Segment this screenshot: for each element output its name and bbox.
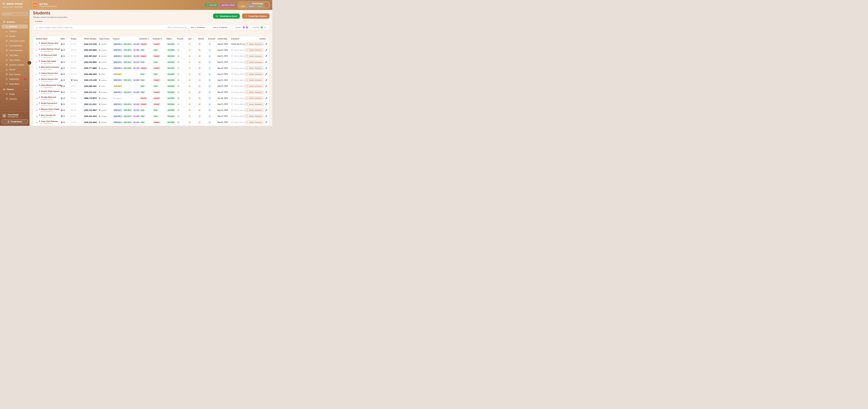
student-attendance-button[interactable]: Student Attendance xyxy=(245,72,264,76)
sidebar-item-track-exam-grades[interactable]: Track Exam Grades xyxy=(1,39,28,43)
student-name-link[interactable]: Ali Mahmoud Said xyxy=(41,54,57,56)
edit-student-button[interactable] xyxy=(265,103,267,105)
student-name-link[interactable]: Khadija Mahsoub xyxy=(41,96,56,98)
header-user-card[interactable]: Yusuf Elnady AdminTeacherParent xyxy=(238,1,270,8)
comment-cell[interactable]: Click to add comment xyxy=(231,85,245,87)
sidebar-item-track-homework[interactable]: Track Homework xyxy=(1,48,28,53)
comment-cell[interactable]: Click to add comment xyxy=(231,73,245,75)
semester1-status-select[interactable]: Sem 1: All Statuses xyxy=(189,26,210,29)
role-pill-teacher[interactable]: Teacher xyxy=(247,5,255,7)
comment-cell[interactable]: Click to add comment xyxy=(231,97,245,99)
sidebar-item-expenses[interactable]: Expenses xyxy=(1,97,28,101)
column-header-student-name[interactable]: Student Name↑↓ xyxy=(36,38,61,40)
sort-icon[interactable]: ↑↓ xyxy=(149,38,150,39)
sidebar-item-substitutions[interactable]: Substitutions2 xyxy=(1,77,28,81)
gender-female-toggle[interactable] xyxy=(246,26,248,29)
comment-cell[interactable]: Click to add comment xyxy=(231,55,245,57)
student-attendance-button[interactable]: Student Attendance xyxy=(245,42,264,46)
class-badge[interactable]: ARA-301-1 xyxy=(123,121,132,123)
class-badge[interactable]: QRN-301-1 xyxy=(113,49,122,51)
edit-student-button[interactable] xyxy=(265,121,267,123)
class-badge[interactable]: ARA-101-1 xyxy=(123,79,132,81)
enrolled-yes-toggle[interactable] xyxy=(260,26,263,29)
sort-icon[interactable]: ↑↓ xyxy=(192,38,193,39)
comment-cell[interactable]: Click to add comment xyxy=(231,61,245,63)
semester2-status-select[interactable]: Sem 2: All Statuses xyxy=(212,26,232,29)
edit-student-button[interactable] xyxy=(265,115,267,117)
student-attendance-button[interactable]: Student Attendance xyxy=(245,121,264,124)
sort-icon[interactable]: ↑↓ xyxy=(110,38,111,39)
class-badge[interactable]: QRN-201-1 xyxy=(113,43,122,45)
student-name-link[interactable]: Aisha Rahman Yousef xyxy=(41,48,60,50)
class-id-filter-input[interactable] xyxy=(166,26,187,29)
sort-icon[interactable]: ↑↓ xyxy=(77,38,78,39)
class-badge[interactable]: QRN-201-1 xyxy=(113,55,122,57)
sort-icon[interactable]: ↑↓ xyxy=(216,38,217,39)
sidebar-search-input[interactable] xyxy=(2,12,28,16)
column-header-class-count[interactable]: Class Count↑↓ xyxy=(99,38,113,40)
class-badge[interactable]: ARA-100-1 xyxy=(123,109,132,111)
class-badge[interactable]: QRN-101-1 xyxy=(113,109,122,111)
edit-student-button[interactable] xyxy=(265,91,267,93)
sidebar-item-class-catalog[interactable]: Class Catalog xyxy=(1,58,28,62)
sidebar-item-registrations[interactable]: Registrations xyxy=(1,82,28,86)
column-header-status[interactable]: Status↑↓ xyxy=(166,38,177,40)
comment-cell[interactable]: Click to add comment xyxy=(231,115,245,117)
sidebar-item-academic-calendar[interactable]: Academic Calendar xyxy=(1,63,28,67)
comment-cell[interactable]: Click to add comment xyxy=(231,121,245,123)
column-header-semester-2[interactable]: Semester 2↑↓ xyxy=(153,38,166,40)
sort-icon[interactable]: ↑↓ xyxy=(97,38,98,39)
sort-icon[interactable]: ↑↓ xyxy=(173,38,174,39)
comment-cell[interactable]: Click to add comment xyxy=(231,91,245,93)
student-name-link[interactable]: Fatima Hassan Aziz xyxy=(41,72,58,74)
student-attendance-button[interactable]: Student Attendance xyxy=(245,66,264,70)
sort-icon[interactable]: ↑↓ xyxy=(228,38,229,39)
column-header-stars[interactable]: Stars↑↓ xyxy=(61,38,71,40)
sidebar-item-classes[interactable]: Classes xyxy=(1,34,28,38)
edit-student-button[interactable] xyxy=(265,73,267,75)
edit-student-button[interactable] xyxy=(265,67,267,69)
student-attendance-button[interactable]: Student Attendance xyxy=(245,49,264,52)
class-badge[interactable]: ARA-201-1 xyxy=(123,91,132,93)
sort-icon[interactable]: ↑↓ xyxy=(184,38,185,39)
class-badge[interactable]: ARA-101-1 xyxy=(123,61,132,63)
student-name-link[interactable]: Ahmed Hassan Aziz xyxy=(41,42,58,44)
students-search-input[interactable] xyxy=(35,26,164,29)
column-header-comment[interactable]: Comment↑↓ xyxy=(231,38,245,40)
column-header-absent[interactable]: Absent↑↓ xyxy=(198,38,208,40)
class-badge[interactable]: QRN-301-1 xyxy=(113,115,122,117)
edit-student-button[interactable] xyxy=(265,97,267,99)
edit-student-button[interactable] xyxy=(265,55,267,57)
edit-student-button[interactable] xyxy=(265,79,267,81)
class-badge[interactable]: KGN-100-1 xyxy=(113,73,122,76)
edit-student-button[interactable] xyxy=(265,49,267,51)
sidebar-item-reports[interactable]: Reports xyxy=(1,67,28,72)
column-header-late[interactable]: Late↑↓ xyxy=(188,38,198,40)
student-attendance-button[interactable]: Student Attendance xyxy=(245,91,264,94)
student-name-link[interactable]: Hamza Hassan Aziz xyxy=(41,78,58,80)
comment-cell[interactable]: Click to add comment xyxy=(231,109,245,111)
column-header-semester-1[interactable]: Semester 1↑↓ xyxy=(140,38,153,40)
download-excel-button[interactable]: Download as Excel xyxy=(213,13,240,19)
class-badge[interactable]: ARA-100-1 xyxy=(123,67,132,69)
class-badge[interactable]: ARA-201-1 xyxy=(123,103,132,106)
column-header-trophy[interactable]: Trophy↑↓ xyxy=(71,38,84,40)
sidebar-section-finance[interactable]: Finance xyxy=(1,87,28,92)
sidebar-section-academic[interactable]: Academic xyxy=(1,20,28,24)
comment-cell[interactable]: Click to add comment xyxy=(231,49,245,51)
sidebar-item-students[interactable]: Students xyxy=(1,25,28,29)
class-badge[interactable]: QRN-100-1 xyxy=(113,79,122,81)
comment-cell[interactable]: Check why he is ab xyxy=(231,43,245,45)
comment-cell[interactable]: Click to add comment xyxy=(231,103,245,105)
student-attendance-button[interactable]: Student Attendance xyxy=(245,115,264,118)
column-header-excused[interactable]: Excused↑↓ xyxy=(208,38,218,40)
class-badge[interactable]: QRN-100-1 xyxy=(113,67,122,69)
student-name-link[interactable]: Khalid Farooq Aziz xyxy=(41,102,57,104)
class-badge[interactable]: QRN-301-1 xyxy=(113,121,122,123)
student-name-link[interactable]: Bilal Ahmed Farayhy xyxy=(41,66,59,68)
student-name-link[interactable]: Noor Hussain Ali xyxy=(41,114,56,116)
class-badge[interactable]: ARA-201-1 xyxy=(123,43,132,45)
edit-student-button[interactable] xyxy=(265,85,267,87)
sidebar-item-teachers[interactable]: Teachers xyxy=(1,29,28,33)
student-name-link[interactable]: Maryam Omar Khalid xyxy=(41,108,59,110)
